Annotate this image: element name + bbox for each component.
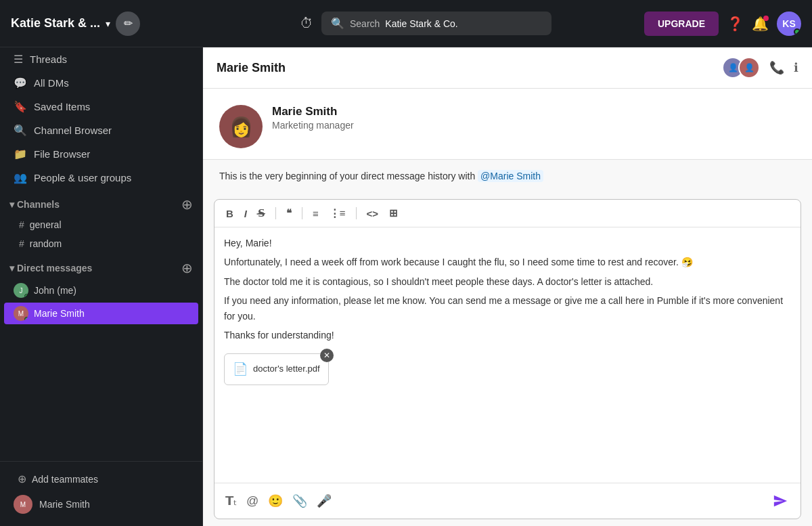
sidebar-item-people-label: People & user groups bbox=[34, 172, 131, 183]
channels-section: ▾ Channels ⊕ bbox=[0, 190, 202, 215]
message-line-3: Unfortunately, I need a week off from wo… bbox=[224, 255, 791, 269]
remove-file-button[interactable]: ✕ bbox=[320, 349, 334, 362]
contact-name: Marie Smith bbox=[272, 105, 354, 118]
attached-file: 📄 doctor's letter.pdf ✕ bbox=[224, 353, 329, 385]
emoji-button[interactable]: 🙂 bbox=[265, 491, 286, 511]
saved-icon: 🔖 bbox=[14, 100, 27, 113]
hash-icon-2: # bbox=[19, 238, 24, 249]
chat-intro: 👩 Marie Smith Marketing manager bbox=[203, 89, 812, 160]
sidebar-bottom: ⊕ Add teammates M Marie Smith bbox=[0, 461, 202, 526]
info-button[interactable]: ℹ bbox=[794, 60, 798, 75]
avatar[interactable]: KS bbox=[777, 12, 801, 36]
ordered-list-button[interactable]: ≡ bbox=[309, 206, 322, 221]
message-editor[interactable]: B I S̶ ❝ ≡ ⋮≡ <> ⊞ Hey, Marie! Unfortuna… bbox=[214, 199, 801, 519]
attach-button[interactable]: 📎 bbox=[290, 491, 310, 511]
file-name: doctor's letter.pdf bbox=[253, 362, 320, 376]
main: ☰ Threads 💬 All DMs 🔖 Saved Items 🔍 Chan… bbox=[0, 47, 812, 526]
text-format-button[interactable]: 𝗧ₜ bbox=[223, 491, 240, 511]
channels-label: Channels bbox=[17, 199, 60, 210]
add-channel-button[interactable]: ⊕ bbox=[181, 196, 193, 213]
sidebar-item-people[interactable]: 👥 People & user groups bbox=[4, 167, 198, 189]
history-text: This is the very beginning of your direc… bbox=[219, 171, 475, 181]
help-button[interactable]: ❓ bbox=[727, 16, 744, 32]
dm-item-marie[interactable]: M Marie Smith bbox=[4, 303, 198, 324]
john-avatar: J bbox=[14, 283, 28, 298]
bold-button[interactable]: B bbox=[223, 206, 237, 221]
workspace-name: Katie Stark & ... bbox=[11, 16, 100, 30]
sidebar-item-threads[interactable]: ☰ Threads bbox=[4, 48, 198, 70]
sidebar-item-channel-browser[interactable]: 🔍 Channel Browser bbox=[4, 119, 198, 141]
notification-dot bbox=[763, 16, 769, 21]
message-line-4: The doctor told me it is contagious, so … bbox=[224, 274, 791, 289]
hash-icon: # bbox=[19, 219, 24, 230]
separator-2 bbox=[302, 207, 302, 219]
chat-history-text: This is the very beginning of your direc… bbox=[203, 160, 812, 192]
quote-button[interactable]: ❝ bbox=[283, 205, 295, 221]
marie-avatar: M bbox=[14, 306, 28, 321]
dms-icon: 💬 bbox=[14, 76, 27, 89]
italic-button[interactable]: I bbox=[241, 206, 250, 221]
notification-button[interactable]: 🔔 bbox=[752, 16, 769, 32]
avatar-group: 👤 👤 bbox=[722, 57, 760, 79]
strikethrough-button[interactable]: S̶ bbox=[254, 205, 269, 221]
editor-body[interactable]: Hey, Marie! Unfortunately, I need a week… bbox=[215, 227, 800, 483]
sidebar-item-all-dms-label: All DMs bbox=[34, 77, 69, 89]
dm-marie-label: Marie Smith bbox=[34, 308, 85, 319]
editor-toolbar: B I S̶ ❝ ≡ ⋮≡ <> ⊞ bbox=[215, 200, 800, 227]
intro-info: Marie Smith Marketing manager bbox=[272, 105, 354, 131]
mention-tag[interactable]: @Marie Smith bbox=[478, 170, 543, 182]
sidebar: ☰ Threads 💬 All DMs 🔖 Saved Items 🔍 Chan… bbox=[0, 47, 203, 526]
chat-header-title: Marie Smith bbox=[217, 61, 286, 75]
search-bar[interactable]: 🔍 Search Katie Stark & Co. bbox=[321, 12, 551, 35]
code-button[interactable]: <> bbox=[363, 206, 382, 221]
send-button[interactable] bbox=[768, 489, 792, 513]
sidebar-item-all-dms[interactable]: 💬 All DMs bbox=[4, 72, 198, 94]
separator-1 bbox=[275, 207, 276, 219]
topbar: Katie Stark & ... ▾ ✏ ⏱ 🔍 Search Katie S… bbox=[0, 0, 812, 47]
unordered-list-button[interactable]: ⋮≡ bbox=[326, 205, 349, 221]
dm-item-john[interactable]: J John (me) bbox=[4, 280, 198, 301]
dms-chevron-icon: ▾ bbox=[9, 263, 14, 273]
add-dm-button[interactable]: ⊕ bbox=[181, 260, 193, 276]
people-icon: 👥 bbox=[14, 171, 27, 184]
sidebar-item-channel-browser-label: Channel Browser bbox=[34, 125, 112, 136]
upgrade-button[interactable]: UPGRADE bbox=[644, 12, 719, 36]
sidebar-item-threads-label: Threads bbox=[30, 53, 67, 65]
dms-toggle[interactable]: ▾ Direct messages bbox=[9, 263, 92, 273]
chat-area: Marie Smith 👤 👤 📞 ℹ 👩 Marie Smith Market… bbox=[203, 47, 812, 526]
dms-label: Direct messages bbox=[17, 263, 92, 273]
add-teammates-label: Add teammates bbox=[32, 474, 98, 485]
add-teammates-icon: ⊕ bbox=[18, 473, 26, 485]
chevron-down-icon: ▾ bbox=[106, 18, 110, 29]
online-indicator bbox=[794, 28, 800, 35]
search-label: Search bbox=[350, 18, 380, 29]
channel-item-random[interactable]: # random bbox=[4, 235, 198, 253]
dms-section: ▾ Direct messages ⊕ bbox=[0, 253, 202, 279]
search-icon: 🔍 bbox=[331, 17, 344, 30]
footer-tools: 𝗧ₜ @ 🙂 📎 🎤 bbox=[223, 491, 334, 511]
channel-browser-icon: 🔍 bbox=[14, 124, 27, 137]
file-browser-icon: 📁 bbox=[14, 148, 27, 160]
block-button[interactable]: ⊞ bbox=[386, 205, 401, 221]
channel-random-label: random bbox=[30, 238, 62, 249]
marie-online-dot bbox=[24, 317, 28, 321]
phone-button[interactable]: 📞 bbox=[769, 60, 784, 75]
mention-button[interactable]: @ bbox=[244, 491, 261, 511]
intro-avatar: 👩 bbox=[219, 105, 263, 148]
sidebar-item-file-browser[interactable]: 📁 File Browser bbox=[4, 143, 198, 165]
topbar-left: Katie Stark & ... ▾ ✏ bbox=[11, 12, 207, 36]
dm-john-label: John (me) bbox=[34, 285, 76, 296]
user-profile[interactable]: M Marie Smith bbox=[4, 489, 198, 519]
audio-button[interactable]: 🎤 bbox=[314, 491, 334, 511]
add-teammates-item[interactable]: ⊕ Add teammates bbox=[8, 469, 194, 489]
channels-toggle[interactable]: ▾ Channels bbox=[9, 199, 60, 210]
history-button[interactable]: ⏱ bbox=[300, 16, 313, 31]
sidebar-item-saved[interactable]: 🔖 Saved Items bbox=[4, 95, 198, 118]
separator-3 bbox=[356, 207, 357, 219]
edit-button[interactable]: ✏ bbox=[116, 12, 140, 36]
topbar-center: ⏱ 🔍 Search Katie Stark & Co. bbox=[215, 12, 636, 35]
channels-chevron-icon: ▾ bbox=[9, 199, 14, 210]
header-avatar-2: 👤 bbox=[738, 57, 760, 79]
message-line-1: Hey, Marie! bbox=[224, 236, 791, 250]
channel-item-general[interactable]: # general bbox=[4, 216, 198, 234]
